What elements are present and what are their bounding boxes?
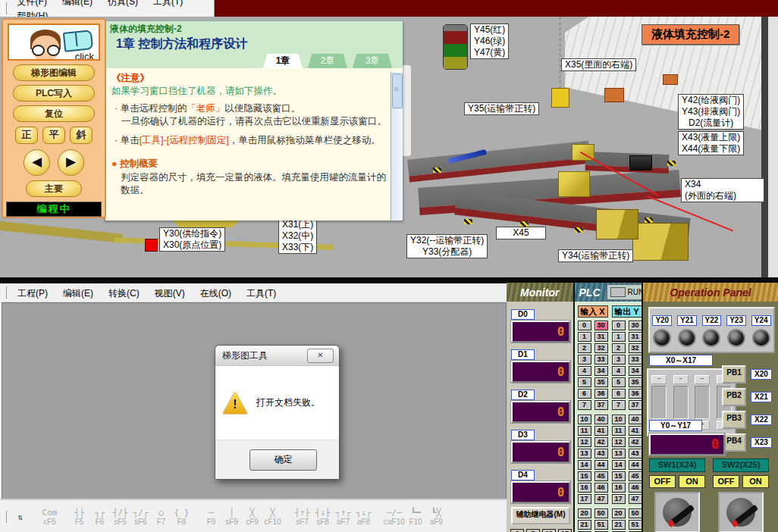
- plc-input-x37[interactable]: 37: [594, 400, 608, 410]
- plc-output-y6[interactable]: 6: [612, 389, 626, 399]
- toolbar-F7-button[interactable]: ○F7: [152, 508, 171, 526]
- toolbar-aF9-button[interactable]: ┗╳aF9: [427, 508, 446, 526]
- plc-input-x10[interactable]: 10: [578, 415, 591, 424]
- ok-button[interactable]: 确定: [249, 449, 317, 471]
- aux-relay-button[interactable]: 辅助继电器(M): [511, 507, 570, 524]
- plc-input-x16[interactable]: 16: [578, 483, 591, 493]
- rotate-left-button[interactable]: ◀: [24, 149, 50, 176]
- plc-output-y0[interactable]: 0: [612, 321, 626, 330]
- toolbar-caF10-button[interactable]: ─/─caF10: [384, 508, 405, 526]
- main-view-button[interactable]: 主要: [26, 180, 82, 197]
- plc-input-x50[interactable]: 50: [594, 509, 608, 518]
- plc-output-y44[interactable]: 44: [629, 460, 642, 470]
- view-angle-button[interactable]: 斜: [70, 127, 93, 144]
- plc-output-y37[interactable]: 37: [629, 400, 642, 410]
- plc-input-x30[interactable]: 30: [594, 321, 608, 330]
- digit-decrement-button[interactable]: −: [651, 375, 667, 384]
- plc-input-x15[interactable]: 15: [578, 471, 591, 481]
- plc-input-x47[interactable]: 47: [594, 494, 608, 504]
- digit-decrement-button[interactable]: −: [695, 375, 710, 384]
- plc-output-y47[interactable]: 47: [629, 494, 642, 504]
- toolbar-handle-button[interactable]: ⇅: [11, 512, 30, 522]
- plc-input-x45[interactable]: 45: [594, 471, 608, 481]
- plc-output-y12[interactable]: 12: [612, 437, 626, 447]
- rotate-right-button[interactable]: ▶: [58, 149, 84, 176]
- plc-output-y31[interactable]: 31: [629, 332, 642, 342]
- plc-output-y35[interactable]: 35: [629, 377, 642, 387]
- menu-item[interactable]: 编辑(E): [55, 288, 101, 299]
- toolbar-sF8-button[interactable]: ┤↓├sF8: [313, 508, 332, 526]
- plc-input-x42[interactable]: 42: [594, 437, 608, 447]
- plc-input-x11[interactable]: 11: [578, 426, 591, 436]
- relay-m0[interactable]: 0: [510, 529, 524, 532]
- toolbar-F9-button[interactable]: ─F9: [202, 508, 221, 526]
- plc-input-x0[interactable]: 0: [578, 321, 591, 330]
- plc-input-x21[interactable]: 21: [578, 520, 591, 530]
- plc-input-x4[interactable]: 4: [578, 366, 591, 376]
- toolbar-sF9-button[interactable]: │sF9: [222, 508, 241, 526]
- toolbar-F5-button[interactable]: ┤├F5: [70, 508, 89, 526]
- plc-input-x17[interactable]: 17: [578, 494, 591, 504]
- menu-item[interactable]: 视图(V): [147, 288, 193, 299]
- plc-output-y33[interactable]: 33: [629, 355, 642, 365]
- plc-output-y15[interactable]: 15: [612, 471, 626, 481]
- plc-output-y14[interactable]: 14: [612, 460, 626, 470]
- plc-input-x13[interactable]: 13: [578, 449, 591, 458]
- menu-item[interactable]: 工具(T): [146, 0, 190, 7]
- plc-input-x35[interactable]: 35: [594, 377, 608, 387]
- dialog-titlebar[interactable]: 梯形图工具 ✕: [215, 346, 339, 366]
- plc-input-x32[interactable]: 32: [594, 343, 608, 353]
- chapter-tab-2[interactable]: 2章: [308, 54, 347, 68]
- plc-input-x40[interactable]: 40: [594, 415, 608, 424]
- toolbar-cF9-button[interactable]: ╳cF9: [243, 508, 262, 526]
- plc-input-x46[interactable]: 46: [594, 483, 608, 493]
- teacher-portrait[interactable]: click: [8, 23, 100, 61]
- toolbar-grip[interactable]: [2, 511, 7, 523]
- plc-output-y42[interactable]: 42: [629, 437, 642, 447]
- pb2-button[interactable]: PB2: [722, 388, 746, 406]
- plc-input-x33[interactable]: 33: [594, 355, 608, 365]
- plc-input-x31[interactable]: 31: [594, 332, 608, 342]
- menu-item[interactable]: 在线(O): [193, 288, 239, 299]
- menu-item[interactable]: 工程(P): [10, 288, 55, 299]
- view-top-button[interactable]: 平: [42, 127, 65, 144]
- menu-item[interactable]: 文件(F): [10, 0, 55, 7]
- plc-output-y17[interactable]: 17: [612, 494, 626, 504]
- plc-input-x12[interactable]: 12: [578, 437, 591, 447]
- plc-output-y51[interactable]: 51: [629, 520, 642, 530]
- plc-input-x20[interactable]: 20: [578, 509, 591, 518]
- plc-input-x7[interactable]: 7: [578, 400, 591, 410]
- toolbar-cF5-button[interactable]: ComcF5: [40, 508, 59, 526]
- plc-output-y21[interactable]: 21: [612, 520, 626, 530]
- plc-input-x2[interactable]: 2: [578, 343, 591, 353]
- plc-output-y3[interactable]: 3: [612, 355, 626, 365]
- toolbar-sF5-button[interactable]: ┤/├sF5: [111, 508, 130, 526]
- pb1-button[interactable]: PB1: [722, 365, 746, 383]
- plc-output-y10[interactable]: 10: [612, 415, 626, 424]
- plc-output-y11[interactable]: 11: [612, 426, 626, 436]
- menu-item[interactable]: 工具(T): [239, 288, 284, 299]
- plc-output-y2[interactable]: 2: [612, 343, 626, 353]
- switch-knob[interactable]: [663, 498, 692, 527]
- plc-output-y30[interactable]: 30: [629, 321, 642, 330]
- digit-decrement-button[interactable]: −: [673, 375, 689, 384]
- plc-input-x41[interactable]: 41: [594, 426, 608, 436]
- plc-write-button[interactable]: PLC写入: [13, 85, 95, 102]
- plc-input-x44[interactable]: 44: [594, 460, 608, 470]
- scrollbar-thumb[interactable]: [392, 74, 403, 108]
- toolbar-sF7-button[interactable]: ┤↑├sF7: [293, 508, 312, 526]
- switch-knob[interactable]: [726, 498, 755, 527]
- plc-output-y46[interactable]: 46: [629, 483, 642, 493]
- plc-output-y4[interactable]: 4: [612, 366, 626, 376]
- plc-output-y20[interactable]: 20: [612, 509, 626, 518]
- plc-input-x14[interactable]: 14: [578, 460, 591, 470]
- plc-output-y45[interactable]: 45: [629, 471, 642, 481]
- plc-input-x36[interactable]: 36: [594, 389, 608, 399]
- plc-output-y7[interactable]: 7: [612, 400, 626, 410]
- pb3-button[interactable]: PB3: [722, 411, 746, 429]
- relay-m5[interactable]: 5: [526, 529, 540, 532]
- toolbar-F8-button[interactable]: { }F8: [172, 508, 191, 526]
- toolbar-cF10-button[interactable]: ╳cF10: [263, 508, 282, 526]
- toolbar-aF8-button[interactable]: ┐↓┌aF8: [354, 508, 373, 526]
- toolbar-F10-button[interactable]: ┗━F10: [406, 508, 425, 526]
